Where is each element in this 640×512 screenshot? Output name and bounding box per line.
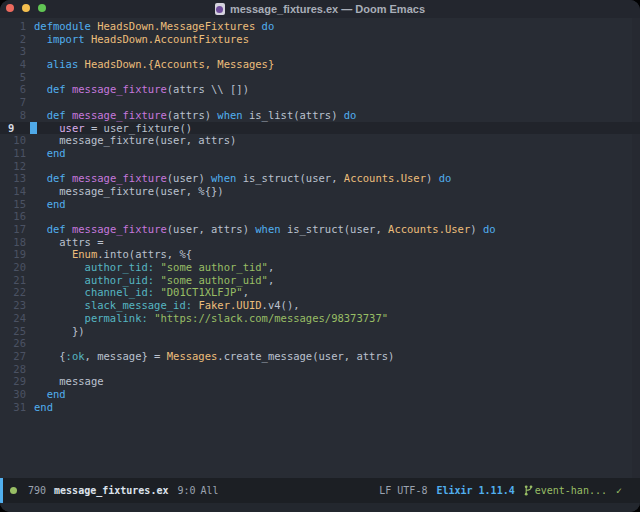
line-number: 26 (0, 337, 26, 350)
code-line-26[interactable]: 26 (0, 337, 640, 350)
code-line-12[interactable]: 12 (0, 160, 640, 173)
line-number: 20 (0, 261, 26, 274)
syntax-check-icon[interactable]: ✓ (616, 485, 622, 496)
code-line-9[interactable]: 9 user = user_fixture() (0, 122, 640, 135)
code-line-20[interactable]: 20 author_tid: "some author_tid", (0, 261, 640, 274)
scroll-position: All (201, 485, 219, 496)
code-text (26, 210, 34, 223)
code-line-19[interactable]: 19 Enum.into(attrs, %{ (0, 248, 640, 261)
line-number: 3 (0, 45, 26, 58)
line-number: 25 (0, 325, 26, 338)
code-text: author_tid: "some author_tid", (26, 261, 274, 274)
code-text: end (26, 401, 53, 414)
line-number: 23 (0, 299, 26, 312)
code-line-28[interactable]: 28 (0, 363, 640, 376)
buffer-size: 790 (28, 485, 46, 496)
code-line-3[interactable]: 3 (0, 45, 640, 58)
code-line-24[interactable]: 24 permalink: "https://slack.com/message… (0, 312, 640, 325)
line-number: 16 (0, 210, 26, 223)
line-number: 14 (0, 185, 26, 198)
code-text: author_uid: "some author_uid", (26, 274, 274, 287)
code-line-22[interactable]: 22 channel_id: "D01CT1XLFJP", (0, 286, 640, 299)
code-text: user = user_fixture() (26, 122, 192, 135)
code-text (26, 45, 34, 58)
code-text: def message_fixture(attrs \\ []) (26, 83, 249, 96)
code-line-1[interactable]: 1defmodule HeadsDown.MessageFixtures do (0, 20, 640, 33)
line-number: 19 (0, 248, 26, 261)
line-number: 15 (0, 198, 26, 211)
editor-buffer[interactable]: 1defmodule HeadsDown.MessageFixtures do2… (0, 18, 640, 478)
code-line-6[interactable]: 6 def message_fixture(attrs \\ []) (0, 83, 640, 96)
code-line-16[interactable]: 16 (0, 210, 640, 223)
code-text: import HeadsDown.AccountFixtures (26, 33, 249, 46)
code-line-27[interactable]: 27 {:ok, message} = Messages.create_mess… (0, 350, 640, 363)
code-line-8[interactable]: 8 def message_fixture(attrs) when is_lis… (0, 109, 640, 122)
code-text: end (26, 198, 66, 211)
code-line-2[interactable]: 2 import HeadsDown.AccountFixtures (0, 33, 640, 46)
line-number: 12 (0, 160, 26, 173)
code-text: defmodule HeadsDown.MessageFixtures do (26, 20, 274, 33)
line-number: 17 (0, 223, 26, 236)
line-number: 29 (0, 375, 26, 388)
line-number: 28 (0, 363, 26, 376)
file-proxy-icon (215, 3, 225, 15)
line-number: 31 (0, 401, 26, 414)
code-text (26, 160, 34, 173)
code-text: Enum.into(attrs, %{ (26, 248, 192, 261)
code-text: def message_fixture(attrs) when is_list(… (26, 109, 356, 122)
line-number: 1 (0, 20, 26, 33)
code-line-15[interactable]: 15 end (0, 198, 640, 211)
git-branch-icon (524, 485, 533, 496)
modeline-accent-bar (0, 478, 3, 503)
close-button[interactable] (6, 4, 14, 12)
code-line-13[interactable]: 13 def message_fixture(user) when is_str… (0, 172, 640, 185)
modeline-right: LF UTF-8 Elixir 1.11.4 event-han... ✓ (379, 485, 622, 496)
code-line-5[interactable]: 5 (0, 71, 640, 84)
code-line-31[interactable]: 31end (0, 401, 640, 414)
line-number: 10 (0, 134, 26, 147)
code-line-4[interactable]: 4 alias HeadsDown.{Accounts, Messages} (0, 58, 640, 71)
code-text: {:ok, message} = Messages.create_message… (26, 350, 394, 363)
code-text: slack_message_id: Faker.UUID.v4(), (26, 299, 300, 312)
major-mode-indicator[interactable]: Elixir 1.11.4 (436, 485, 514, 496)
code-text (26, 71, 34, 84)
window-title-text: message_fixtures.ex — Doom Emacs (230, 0, 425, 18)
buffer-name[interactable]: message_fixtures.ex (54, 485, 168, 496)
code-area[interactable]: 1defmodule HeadsDown.MessageFixtures do2… (0, 20, 640, 413)
code-text: def message_fixture(user) when is_struct… (26, 172, 451, 185)
fullscreen-button[interactable] (38, 4, 46, 12)
code-line-14[interactable]: 14 message_fixture(user, %{}) (0, 185, 640, 198)
echo-area-minibuffer[interactable] (0, 503, 640, 512)
vcs-branch[interactable]: event-han... (524, 485, 607, 496)
code-line-18[interactable]: 18 attrs = (0, 236, 640, 249)
line-number: 13 (0, 172, 26, 185)
code-text: permalink: "https://slack.com/messages/9… (26, 312, 388, 325)
minimize-button[interactable] (22, 4, 30, 12)
line-number: 4 (0, 58, 26, 71)
line-number: 5 (0, 71, 26, 84)
code-line-7[interactable]: 7 (0, 96, 640, 109)
code-line-29[interactable]: 29 message (0, 375, 640, 388)
line-number: 21 (0, 274, 26, 287)
vcs-branch-name: event-han... (535, 485, 607, 496)
code-text (26, 337, 34, 350)
code-text: end (26, 388, 66, 401)
code-line-30[interactable]: 30 end (0, 388, 640, 401)
line-number: 2 (0, 33, 26, 46)
code-line-17[interactable]: 17 def message_fixture(user, attrs) when… (0, 223, 640, 236)
buffer-state-indicator (10, 487, 17, 494)
traffic-lights (6, 4, 46, 12)
code-text (26, 96, 34, 109)
code-line-11[interactable]: 11 end (0, 147, 640, 160)
line-number: 30 (0, 388, 26, 401)
code-text (26, 363, 34, 376)
code-text: message_fixture(user, attrs) (26, 134, 236, 147)
code-line-21[interactable]: 21 author_uid: "some author_uid", (0, 274, 640, 287)
line-number: 6 (0, 83, 26, 96)
code-line-25[interactable]: 25 }) (0, 325, 640, 338)
code-line-23[interactable]: 23 slack_message_id: Faker.UUID.v4(), (0, 299, 640, 312)
titlebar[interactable]: message_fixtures.ex — Doom Emacs (0, 0, 640, 18)
code-text: end (26, 147, 66, 160)
code-text: message (26, 375, 104, 388)
code-line-10[interactable]: 10 message_fixture(user, attrs) (0, 134, 640, 147)
